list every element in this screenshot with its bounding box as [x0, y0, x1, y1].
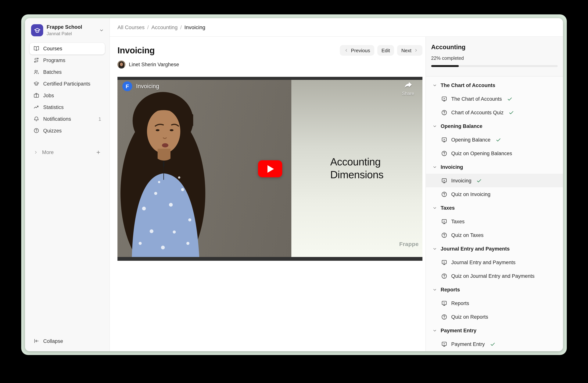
outline-item[interactable]: Opening Balance: [426, 133, 563, 147]
next-label: Next: [401, 47, 411, 53]
slide-pane: Accounting Dimensions Frappe: [291, 80, 422, 257]
slide-line-1: Accounting: [330, 155, 383, 168]
completed-check-icon: [508, 110, 514, 115]
outline-section-header[interactable]: Payment Entry: [426, 324, 563, 337]
outline-section: Opening Balance Opening Balance: [426, 119, 563, 160]
book-open-icon: [33, 46, 39, 52]
sidebar-item[interactable]: Programs: [30, 55, 105, 66]
collapse-label: Collapse: [43, 338, 63, 344]
lesson-nav-buttons: Previous Edit Next: [340, 45, 422, 56]
outline-item[interactable]: Quiz on Reports: [426, 310, 563, 324]
briefcase-icon: [33, 93, 39, 99]
app-frame: Frappe School Jannat Patel Courses Progr…: [21, 14, 567, 355]
outline-section-title: Taxes: [441, 205, 455, 211]
outline-section-header[interactable]: Opening Balance: [426, 119, 563, 133]
outline-item-label: Quiz on Journal Entry and Payments: [451, 273, 535, 279]
share-label: Share: [402, 91, 414, 96]
breadcrumb-course[interactable]: Accounting: [151, 24, 178, 30]
sidebar-item[interactable]: Notifications 1: [30, 113, 105, 125]
help-circle-icon: [441, 109, 447, 116]
outline-item[interactable]: Journal Entry and Payments: [426, 255, 563, 269]
progress-bar: [431, 65, 558, 67]
outline-section-header[interactable]: Reports: [426, 283, 563, 296]
sidebar-item-label: Certified Participants: [43, 81, 90, 87]
outline-item-label: Payment Entry: [451, 341, 485, 347]
more-label: More: [42, 150, 54, 155]
sidebar-item[interactable]: Jobs: [30, 90, 105, 101]
progress-label: 22% completed: [431, 56, 558, 61]
chevron-down-icon: [432, 246, 437, 251]
completed-check-icon: [476, 178, 482, 183]
sidebar: Frappe School Jannat Patel Courses Progr…: [25, 18, 110, 351]
sidebar-item[interactable]: Courses: [30, 43, 105, 55]
chevron-down-icon[interactable]: [99, 28, 104, 33]
chevron-down-icon: [432, 205, 437, 210]
sidebar-item-label: Courses: [43, 46, 62, 52]
outline-item-label: Quiz on Opening Balances: [451, 151, 512, 156]
graduation-cap-icon: [34, 27, 41, 34]
edit-label: Edit: [381, 47, 390, 53]
video-title[interactable]: Invoicing: [136, 83, 159, 90]
progress-bar-fill: [431, 65, 459, 67]
outline-item[interactable]: Quiz on Opening Balances: [426, 147, 563, 160]
workspace-switcher[interactable]: Frappe School Jannat Patel: [30, 23, 105, 37]
video-title-overlay: F Invoicing: [122, 81, 159, 91]
video-player[interactable]: Accounting Dimensions Frappe F Invoicing: [117, 77, 422, 261]
course-outline-panel: Accounting 22% completed: [425, 37, 563, 351]
outline-item[interactable]: Quiz on Journal Entry and Payments: [426, 269, 563, 283]
sidebar-nav: Courses Programs Batches Cert: [30, 43, 105, 137]
sidebar-item[interactable]: Certified Participants: [30, 78, 105, 90]
outline-section-header[interactable]: Journal Entry and Payments: [426, 242, 563, 255]
outline-section-items: Reports Quiz on Reports: [426, 296, 563, 324]
play-button[interactable]: [258, 160, 282, 177]
previous-button[interactable]: Previous: [340, 45, 374, 56]
graduation-cap-icon: [33, 81, 39, 87]
breadcrumb-all-courses[interactable]: All Courses: [117, 24, 145, 30]
outline-section-items: Payment Entry: [426, 337, 563, 351]
sidebar-item-label: Statistics: [43, 104, 64, 110]
share-button[interactable]: Share: [402, 81, 414, 96]
outline-item[interactable]: Chart of Accounts Quiz: [426, 106, 563, 119]
help-circle-icon: [441, 314, 447, 320]
outline-section-header[interactable]: Taxes: [426, 201, 563, 215]
outline-item[interactable]: Quiz on Invoicing: [426, 187, 563, 201]
notification-count-badge: 1: [99, 116, 101, 122]
outline-item[interactable]: Invoicing: [426, 174, 563, 187]
outline-item[interactable]: The Chart of Accounts: [426, 92, 563, 106]
edit-button[interactable]: Edit: [377, 45, 394, 56]
outline-item[interactable]: Reports: [426, 296, 563, 310]
channel-logo[interactable]: F: [122, 81, 132, 91]
outline-item[interactable]: Quiz on Taxes: [426, 228, 563, 242]
sidebar-item[interactable]: Quizzes: [30, 125, 105, 137]
completed-check-icon: [490, 341, 495, 347]
outline-item[interactable]: Payment Entry: [426, 337, 563, 351]
author-row: Linet Sherin Varghese: [117, 60, 422, 69]
course-title: Accounting: [431, 43, 558, 51]
chevron-down-icon: [432, 83, 437, 88]
next-button[interactable]: Next: [397, 45, 422, 56]
outline-section-header[interactable]: Invoicing: [426, 160, 563, 174]
breadcrumb-separator: /: [180, 24, 182, 30]
outline-section-title: Journal Entry and Payments: [441, 246, 510, 251]
add-icon[interactable]: [95, 150, 101, 155]
sidebar-item[interactable]: Batches: [30, 66, 105, 78]
users-icon: [33, 69, 39, 75]
sidebar-more[interactable]: More: [30, 147, 105, 158]
chevron-right-icon: [33, 150, 38, 155]
lesson-content: Invoicing Previous Edit Nex: [110, 37, 425, 351]
chevron-down-icon: [432, 164, 437, 169]
help-circle-icon: [441, 273, 447, 279]
chevron-right-icon: [414, 48, 418, 53]
breadcrumb: All Courses / Accounting / Invoicing: [110, 18, 563, 37]
outline-section: The Chart of Accounts The Chart of Accou…: [426, 78, 563, 119]
outline-section-header[interactable]: The Chart of Accounts: [426, 78, 563, 92]
outline-item[interactable]: Taxes: [426, 215, 563, 228]
monitor-play-icon: [441, 96, 447, 102]
collapse-sidebar-button[interactable]: Collapse: [30, 335, 105, 347]
help-circle-icon: [441, 150, 447, 156]
sidebar-item[interactable]: Statistics: [30, 101, 105, 113]
monitor-play-icon: [441, 300, 447, 306]
monitor-play-icon: [441, 259, 447, 266]
completed-check-icon: [507, 96, 512, 102]
outline-section-items: Opening Balance Quiz on Opening Balances: [426, 133, 563, 160]
